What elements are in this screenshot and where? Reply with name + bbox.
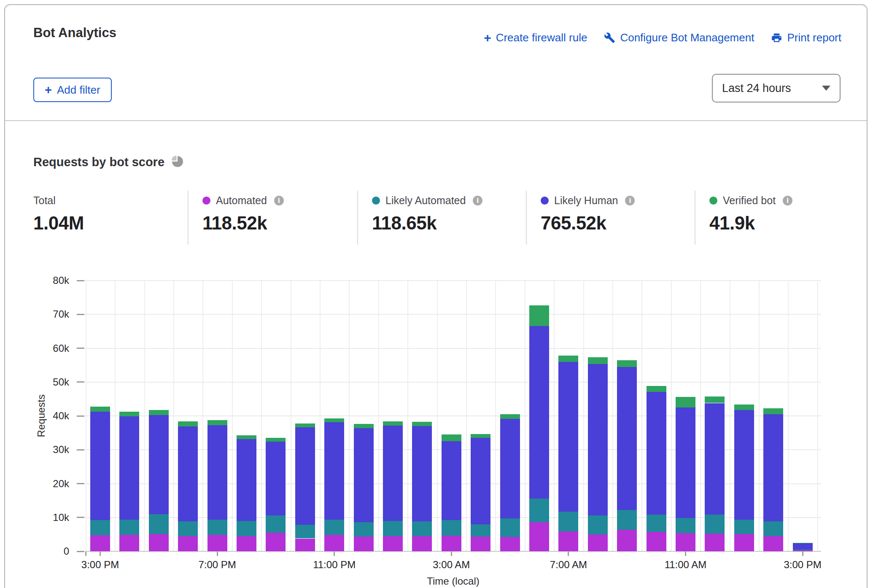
bar-segment-likely-human xyxy=(178,426,198,521)
stat-label: Likely Automated xyxy=(385,194,466,207)
stat-divider xyxy=(357,191,358,245)
bar-segment-automated xyxy=(471,537,490,551)
bar-segment-verified-bot xyxy=(207,420,227,425)
bar-segment-likely-automated xyxy=(412,521,432,536)
legend-dot-likely-human xyxy=(541,197,549,205)
bar-segment-verified-bot xyxy=(178,421,198,426)
bar-segment-likely-automated xyxy=(237,521,256,536)
time-range-dropdown[interactable]: Last 24 hours xyxy=(712,74,841,102)
bar-segment-verified-bot xyxy=(354,424,374,428)
bar-segment-likely-automated xyxy=(588,515,608,534)
bar-segment-likely-human xyxy=(354,428,374,522)
bar-segment-verified-bot xyxy=(763,408,783,414)
bar-segment-verified-bot xyxy=(442,434,461,441)
bar-segment-likely-automated xyxy=(529,499,549,522)
bar-segment-automated xyxy=(383,536,403,551)
bar-segment-automated xyxy=(354,537,374,551)
bar-segment-likely-automated xyxy=(324,520,344,534)
page-title: Bot Analytics xyxy=(33,25,116,40)
header-divider xyxy=(5,120,867,121)
print-report-link[interactable]: Print report xyxy=(771,31,841,44)
stat-value: 118.65k xyxy=(372,213,482,234)
info-icon[interactable]: i xyxy=(625,196,635,205)
x-axis-tick-label: 7:00 AM xyxy=(531,559,606,571)
bar-segment-likely-automated xyxy=(763,521,783,536)
bar-segment-automated xyxy=(295,539,315,551)
bar-segment-likely-automated xyxy=(793,550,813,550)
bar-segment-automated xyxy=(119,535,139,551)
bar-segment-verified-bot xyxy=(617,360,637,367)
gridline-horizontal xyxy=(85,348,821,349)
y-axis-tick-label: 10k xyxy=(5,512,69,523)
bar-segment-automated xyxy=(324,535,344,551)
section-heading: Requests by bot score xyxy=(33,155,183,169)
x-axis-tick-label: 11:00 AM xyxy=(648,559,724,571)
bar-segment-verified-bot xyxy=(237,435,256,439)
create-firewall-rule-link[interactable]: + Create firewall rule xyxy=(484,31,587,44)
bar-segment-automated xyxy=(178,536,198,551)
print-report-label: Print report xyxy=(787,31,841,44)
stat-likely-automated: Likely Automated i 118.65k xyxy=(372,191,482,245)
bar-segment-likely-human xyxy=(383,426,403,521)
x-axis-tick xyxy=(85,552,86,556)
y-axis-tick-label: 50k xyxy=(5,376,69,388)
bar-segment-likely-human xyxy=(412,426,432,521)
time-range-value: Last 24 hours xyxy=(722,82,791,95)
bar-segment-likely-human xyxy=(500,419,520,518)
info-icon[interactable]: i xyxy=(473,196,482,205)
x-axis-tick-label: 7:00 PM xyxy=(179,559,255,571)
bar-segment-likely-human xyxy=(442,441,461,520)
bar-segment-automated xyxy=(558,531,578,551)
bar-segment-automated xyxy=(588,534,608,551)
x-axis-tick xyxy=(568,552,569,556)
x-axis-tick xyxy=(100,552,101,556)
bar-segment-automated xyxy=(149,534,169,551)
stat-value: 765.52k xyxy=(541,213,635,234)
legend-dot-verified-bot xyxy=(709,197,717,205)
bar-segment-likely-automated xyxy=(442,520,461,536)
wrench-icon xyxy=(604,32,615,43)
plus-icon: + xyxy=(484,32,491,43)
y-axis-tick xyxy=(77,280,84,281)
bar-segment-likely-automated xyxy=(119,520,139,535)
bar-segment-likely-automated xyxy=(149,514,169,534)
bar-segment-automated xyxy=(266,533,286,551)
section-title: Requests by bot score xyxy=(33,155,164,169)
bar-segment-likely-human xyxy=(763,414,783,521)
y-axis-tick-label: 30k xyxy=(5,444,69,456)
y-axis-tick xyxy=(77,517,84,518)
bar-segment-verified-bot xyxy=(149,410,169,415)
bar-segment-automated xyxy=(207,535,227,551)
requests-stacked-bar-chart xyxy=(85,281,821,551)
bar-segment-automated xyxy=(617,530,637,551)
bar-segment-automated xyxy=(442,536,461,551)
printer-icon xyxy=(771,32,782,43)
gridline-horizontal xyxy=(85,314,821,315)
info-icon[interactable]: i xyxy=(783,196,792,205)
bar-segment-likely-automated xyxy=(178,521,198,536)
stat-divider xyxy=(188,191,189,245)
stat-value: 41.9k xyxy=(709,213,792,234)
gridline-horizontal xyxy=(85,280,821,281)
configure-bot-management-link[interactable]: Configure Bot Management xyxy=(604,31,754,44)
bar-segment-likely-automated xyxy=(676,518,695,534)
legend-dot-automated xyxy=(202,197,210,205)
bar-segment-automated xyxy=(705,534,725,551)
bar-segment-automated xyxy=(90,535,110,551)
bar-segment-likely-human xyxy=(295,427,315,524)
x-axis-tick xyxy=(451,552,452,556)
bar-segment-verified-bot xyxy=(383,421,403,426)
bar-segment-likely-human xyxy=(734,410,754,520)
y-axis-tick-label: 40k xyxy=(5,410,69,422)
info-icon[interactable]: i xyxy=(274,196,284,205)
bar-segment-verified-bot xyxy=(793,543,813,543)
add-filter-button[interactable]: + Add filter xyxy=(33,78,112,102)
x-axis-tick xyxy=(685,552,686,556)
bar-segment-likely-automated xyxy=(383,521,403,536)
bar-segment-likely-human xyxy=(705,403,725,515)
y-axis-tick xyxy=(77,551,84,552)
bar-segment-verified-bot xyxy=(734,405,754,410)
stat-label: Verified bot xyxy=(723,194,776,207)
bar-segment-verified-bot xyxy=(529,305,549,326)
bar-segment-automated xyxy=(676,533,695,551)
